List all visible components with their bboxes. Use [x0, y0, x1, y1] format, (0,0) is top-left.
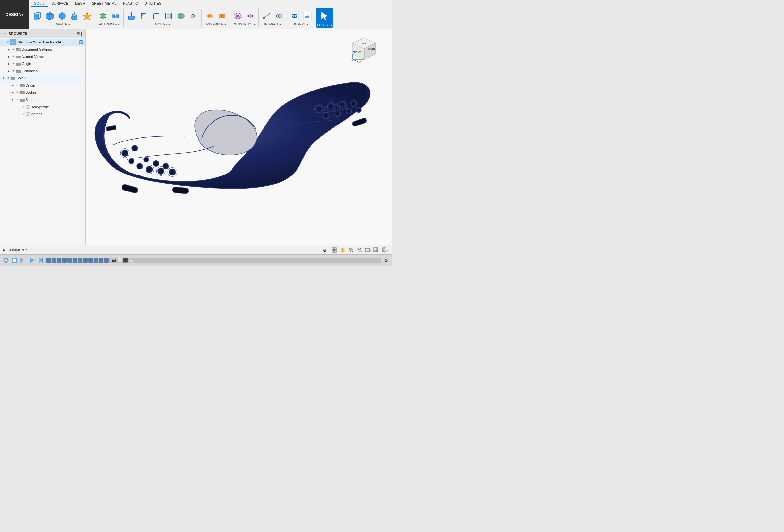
timeline-step-2[interactable] [52, 258, 56, 263]
timeline-step-11[interactable] [99, 258, 103, 263]
timeline-step-7[interactable] [78, 258, 82, 263]
automate1-icon[interactable] [97, 10, 109, 22]
new-component-icon[interactable]: + [31, 10, 43, 22]
tab-surface[interactable]: SURFACE [48, 1, 72, 6]
move-icon[interactable]: ⊕ [188, 10, 199, 22]
tree-item-root[interactable]: F Strap on Shoe Tracks v14 [0, 38, 85, 46]
tree-item-bodies[interactable]: Bodies [0, 89, 85, 96]
chamfer-icon[interactable] [150, 10, 162, 22]
timeline-step-10[interactable] [93, 258, 98, 263]
timeline-icon3[interactable] [19, 257, 27, 264]
decal-icon[interactable]: 🏔 [302, 10, 313, 22]
sole1-eye[interactable] [6, 76, 10, 80]
timeline-step-9[interactable] [88, 258, 93, 263]
interference-icon[interactable] [273, 10, 285, 22]
measure-icon[interactable]: ⟷ [260, 10, 272, 22]
select-icon[interactable] [318, 9, 331, 23]
root-eye-icon[interactable] [5, 40, 10, 45]
canvases-eye[interactable] [11, 69, 16, 73]
tree-item-sole1[interactable]: Sole:1 [0, 75, 85, 82]
target-icon[interactable] [79, 40, 83, 45]
timeline-icon2[interactable] [10, 257, 18, 264]
origin-eye[interactable] [11, 61, 16, 66]
origin-arrow[interactable] [6, 61, 11, 66]
doc-settings-eye[interactable] [11, 47, 16, 52]
as-built-joint-icon[interactable] [216, 10, 228, 22]
depths-eye[interactable] [21, 112, 26, 116]
comments-collapse-arrow[interactable]: ▶ [3, 248, 5, 252]
tab-utilities[interactable]: UTILITIES [141, 1, 164, 6]
viewport[interactable]: TOP FRONT RIGHT Z X [86, 29, 392, 245]
timeline-step-5[interactable] [67, 258, 72, 263]
doc-settings-arrow[interactable] [6, 47, 11, 52]
browser-resize-handle[interactable]: | [81, 31, 82, 36]
timeline-cube-icon[interactable]: ⬛ [123, 258, 128, 263]
grid-icon[interactable]: ⊕ [322, 246, 329, 254]
shell-icon[interactable] [163, 10, 175, 22]
offset-plane-icon[interactable] [232, 10, 244, 22]
tree-item-sole-profile[interactable]: sole-profile [0, 103, 85, 111]
bodies-eye[interactable] [15, 90, 20, 95]
zoom-in-icon[interactable] [347, 246, 355, 254]
sphere-icon[interactable] [56, 10, 68, 22]
svg-marker-153 [39, 258, 42, 263]
tab-sheet-metal[interactable]: SHEET METAL [89, 1, 120, 6]
named-views-eye[interactable] [11, 54, 16, 59]
tree-item-named-views[interactable]: Named Views [0, 53, 85, 60]
star-icon[interactable] [81, 10, 93, 22]
combine-icon[interactable] [175, 10, 187, 22]
sketches-arrow[interactable] [10, 97, 15, 102]
browser-collapse-arrow[interactable] [3, 31, 7, 36]
box-icon[interactable] [44, 10, 56, 22]
timeline-step-12[interactable] [104, 258, 109, 263]
fillet-icon[interactable] [138, 10, 150, 22]
tab-plastic[interactable]: PLASTIC [120, 1, 141, 6]
named-views-arrow[interactable] [6, 54, 11, 59]
timeline-step-3[interactable] [57, 258, 61, 263]
sole-origin-arrow[interactable] [10, 83, 15, 88]
tree-item-doc-settings[interactable]: Document Settings [0, 46, 85, 53]
zoom-out-icon[interactable] [356, 246, 363, 254]
timeline-step-4[interactable] [62, 258, 67, 263]
timeline-camera-icon[interactable]: 📷 [112, 258, 117, 263]
design-button[interactable]: DESIGN [0, 0, 29, 29]
extrude-icon[interactable] [69, 10, 80, 22]
timeline-cloud-icon[interactable]: ⛅ [129, 258, 133, 263]
insert-svg-icon[interactable]: 🖼 [289, 10, 301, 22]
effects-icon[interactable]: ▾ [382, 246, 389, 254]
sole-origin-eye[interactable] [15, 83, 20, 88]
timeline-step-8[interactable] [83, 258, 88, 263]
timeline-icon5[interactable] [36, 257, 44, 264]
comments-pin[interactable]: ⊟ [30, 248, 33, 252]
pan-icon[interactable]: ✋ [339, 246, 346, 254]
joint-icon[interactable] [204, 10, 216, 22]
tab-solid[interactable]: SOLID [31, 1, 48, 6]
view-cube[interactable]: TOP FRONT RIGHT Z X [349, 36, 379, 65]
grid-display-icon[interactable]: ▾ [373, 246, 380, 254]
canvases-arrow[interactable] [6, 69, 11, 73]
tree-item-depths[interactable]: depths [0, 111, 85, 118]
bodies-arrow[interactable] [10, 90, 15, 95]
grid2-icon[interactable] [331, 246, 338, 254]
timeline-settings-icon[interactable]: ⚙ [382, 257, 390, 264]
timeline-box-icon[interactable]: ⬜ [117, 258, 122, 263]
timeline-icon1[interactable] [2, 257, 10, 264]
tree-item-canvases[interactable]: Canvases [0, 67, 85, 75]
tree-item-sole-origin[interactable]: Origin [0, 82, 85, 89]
comments-resize[interactable]: | [35, 248, 36, 252]
browser-pin-button[interactable]: ⊟ [77, 31, 80, 36]
sole-profile-eye[interactable] [21, 105, 26, 109]
midplane-icon[interactable] [245, 10, 256, 22]
tree-item-origin[interactable]: Origin [0, 60, 85, 67]
tab-mesh[interactable]: MESH [72, 1, 89, 6]
sole1-arrow[interactable] [1, 76, 6, 80]
sketches-eye[interactable] [15, 97, 20, 102]
timeline-step-6[interactable] [73, 258, 77, 263]
tree-item-sketches[interactable]: Sketches [0, 96, 85, 103]
automate2-icon[interactable] [110, 10, 121, 22]
display-mode-icon[interactable]: ▾ [365, 246, 372, 254]
root-expand-arrow[interactable] [1, 40, 5, 45]
press-pull-icon[interactable] [125, 10, 137, 22]
timeline-step-1[interactable] [47, 258, 51, 263]
timeline-icon4[interactable] [27, 257, 35, 264]
